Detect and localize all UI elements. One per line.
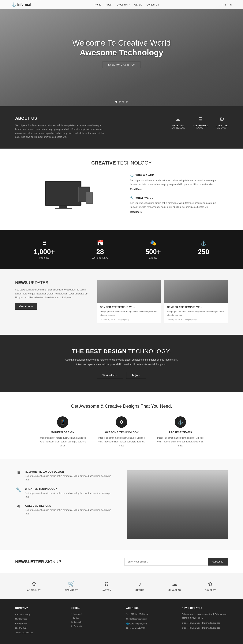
wrench-icon: 🔧 — [130, 196, 134, 200]
lastem-icon: Ω — [102, 581, 111, 587]
news-card-2-body: SEMPER ATE TEMPUS VEL. Integer pulvinar … — [164, 303, 228, 323]
news-card-1-body: SEMPER ATE TEMPUS VEL. Integer pulvinar … — [97, 303, 161, 323]
project-teams-text: Integer sit amet mattis quam, sit amet u… — [156, 436, 205, 448]
who-we-are-title: ⚓ WHO WE ARE — [130, 174, 228, 177]
project-teams-icon-circle: ⚓ — [175, 416, 186, 428]
footer-facebook[interactable]: f Facebook — [71, 612, 117, 615]
news-body: Sed ut perspiciatis unde omnis natus err… — [15, 288, 90, 300]
hero-cta-button[interactable]: Know More About Us — [103, 61, 140, 68]
logo-lastem: Ω LASTEM — [102, 581, 111, 592]
footer-linkedin[interactable]: in LinkedIn — [71, 620, 117, 623]
google-link[interactable]: g — [230, 3, 232, 6]
anchor-icon: ⚓ — [11, 2, 16, 7]
nav-dropdown[interactable]: Dropdown ▾ — [117, 3, 130, 6]
footer-twitter[interactable]: t Twitter — [71, 616, 117, 619]
feature-creative: ⚙ CREATIVE AGENCY — [216, 116, 228, 129]
who-we-are-link[interactable]: Read More — [130, 188, 142, 190]
footer-link-pricing[interactable]: Pricing Plans — [15, 622, 27, 624]
stat-projects-number: 1,000+ — [34, 248, 55, 256]
footer-link-terms[interactable]: Terms & Conditions — [15, 632, 33, 634]
feature-creative-title: CREATIVE TECHNOLOGY — [25, 488, 116, 490]
project-teams-title: PROJECT TEAMS — [156, 431, 205, 434]
twitter-footer-icon: t — [71, 616, 72, 619]
nav-home[interactable]: Home — [95, 3, 101, 6]
nav-gallery[interactable]: Gallery — [134, 3, 142, 6]
features-list: 🖥 RESPONSIVE LAYOUT DESIGN Sed ut perspi… — [15, 470, 116, 539]
brand-logo[interactable]: ⚓ informal — [11, 2, 31, 7]
news-card-1-image — [97, 280, 161, 303]
feature-responsive: 🖥 RESPONSIVE LAYOUT — [193, 116, 209, 129]
logo-opencart: 🛒 OPENCART — [64, 581, 78, 592]
newsletter-email-input[interactable] — [124, 558, 208, 566]
nav-menu: Home About Dropdown ▾ Gallery Contact Us — [95, 3, 159, 6]
stat-250: ⚓ 250 — [198, 240, 209, 259]
dot-4[interactable] — [126, 101, 128, 102]
footer-news-item-2: Integer Pulvinar Leo id viverra feugiat … — [182, 621, 228, 625]
stat-events: 🎭 500+ Events — [145, 240, 161, 259]
awesome-tech-title: AWESOME TECHNOLOGY — [97, 431, 146, 434]
anchor-stat-icon: ⚓ — [198, 240, 209, 246]
news-card-2-text: Integer pulvinar leo id viverra feugiat … — [167, 310, 225, 317]
feature-responsive-content: RESPONSIVE LAYOUT DESIGN Sed ut perspici… — [25, 470, 116, 482]
work-with-us-button[interactable]: Work With Us — [97, 372, 123, 379]
creative-content: ⚓ WHO WE ARE Sed ut perspiciatis unde om… — [130, 174, 228, 219]
newsletter-form[interactable]: Subscribe — [124, 558, 228, 566]
best-design-section: THE BEST DESIGN TECHNOLOGY. Sed ut persp… — [0, 335, 243, 392]
footer-link-about[interactable]: About Company — [15, 613, 30, 616]
events-stat-icon: 🎭 — [145, 240, 161, 246]
lastem-label: LASTEM — [102, 589, 111, 591]
svg-rect-3 — [55, 208, 72, 208]
awesome-tech-text: Integer sit amet mattis quam, sit amet u… — [97, 436, 146, 448]
footer-link-portfolio[interactable]: Our Portfolio — [15, 627, 27, 629]
service-awesome-tech: ⚙ AWESOME TECHNOLOGY Integer sit amet ma… — [97, 416, 146, 448]
news-section: NEWS UPDATES Sed ut perspiciatis unde om… — [0, 269, 243, 335]
skyatlas-icon: ☁ — [168, 581, 181, 587]
footer-link-services[interactable]: Our Services — [15, 618, 27, 620]
ravelry-label: RAVELRY — [205, 589, 216, 591]
feature-sub-3: AGENCY — [216, 127, 228, 129]
dot-2[interactable] — [119, 101, 121, 102]
what-we-do-link[interactable]: Read More — [130, 211, 142, 213]
view-all-news-button[interactable]: View All News — [15, 303, 37, 310]
devices-mockup — [15, 174, 121, 217]
footer-youtube[interactable]: ▶ YouTube — [71, 624, 117, 627]
angellist-label: ANGELLIST — [27, 589, 41, 591]
feature-responsive-body: Sed ut perspiciatis unde omnis natus err… — [25, 474, 116, 482]
nav-contact[interactable]: Contact Us — [147, 3, 159, 6]
dot-1[interactable] — [115, 101, 117, 102]
feature-sub-1: TECHNOLOGY — [171, 127, 185, 129]
monitor-stat-icon: 🖥 — [34, 240, 55, 246]
logo-angellist: ✿ ANGELLIST — [27, 581, 41, 592]
projects-button[interactable]: Projects — [126, 372, 146, 379]
news-card-2: SEMPER ATE TEMPUS VEL. Integer pulvinar … — [164, 280, 228, 323]
about-body: Sed ut perspiciatis unde omnis natus err… — [15, 124, 107, 139]
news-card-1-text: Integer pulvinar leo id viverra feugiat … — [100, 310, 158, 317]
best-design-buttons: Work With Us Projects — [15, 372, 228, 379]
facebook-link[interactable]: f — [223, 3, 224, 6]
anchor-service-icon: ⚓ — [178, 420, 183, 425]
footer-address-network: Network 01-04 (0)101 — [126, 626, 172, 630]
svg-rect-2 — [59, 206, 67, 208]
news-heading: NEWS UPDATES — [15, 280, 90, 285]
feature-awesome-body: Sed ut perspiciatis unde omnis natus err… — [25, 508, 116, 516]
best-design-body: Sed ut perspiciatis unde omnis natus err… — [64, 358, 179, 366]
logo-openid: ♪ OPENID — [135, 581, 144, 592]
who-we-are-body: Sed ut perspiciatis unde omnis natus err… — [130, 178, 228, 186]
footer-social-heading: SOCIAL — [71, 607, 117, 610]
footer-news-heading: NEWS UPDATES — [182, 607, 228, 610]
twitter-link[interactable]: t — [228, 3, 228, 6]
what-we-do-title: 🔧 WHAT WE DO — [130, 196, 228, 200]
skyatlas-label: SKYATLAS — [168, 589, 181, 591]
brand-name: informal — [17, 3, 31, 7]
opencart-icon: 🛒 — [64, 581, 78, 587]
gear-feature-icon: ⚙ — [15, 504, 22, 509]
newsletter-subscribe-button[interactable]: Subscribe — [208, 558, 228, 566]
mobile-icon: 📱 — [60, 420, 65, 425]
feature-title-3: CREATIVE — [216, 124, 228, 127]
instagram-link[interactable]: i — [225, 3, 226, 6]
gear-icon: ⚙ — [216, 116, 228, 122]
nav-about[interactable]: About — [106, 3, 112, 6]
stat-250-number: 250 — [198, 248, 209, 256]
dot-3[interactable] — [122, 101, 124, 102]
features-section: 🖥 RESPONSIVE LAYOUT DESIGN Sed ut perspi… — [0, 459, 243, 550]
